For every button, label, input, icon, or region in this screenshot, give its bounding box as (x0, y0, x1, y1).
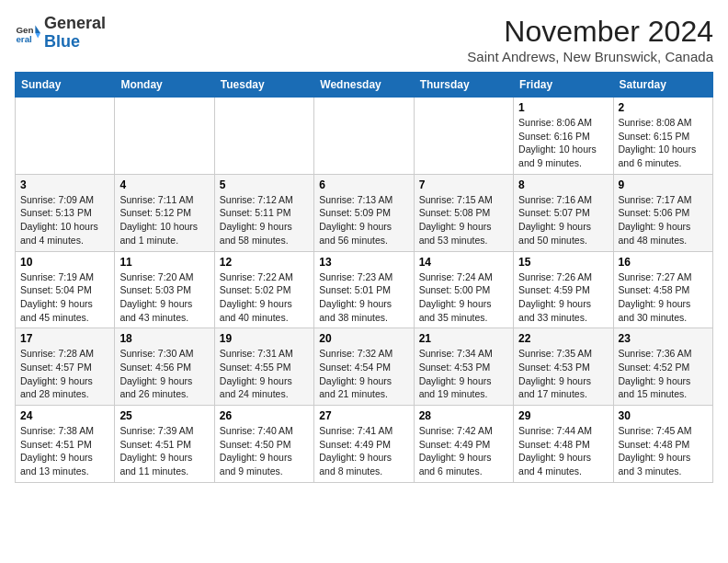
day-info: Sunrise: 7:36 AMSunset: 4:52 PMDaylight:… (619, 347, 708, 401)
cell-1-0: 3Sunrise: 7:09 AMSunset: 5:13 PMDaylight… (16, 174, 115, 251)
day-info: Sunrise: 7:35 AMSunset: 4:53 PMDaylight:… (518, 347, 608, 401)
cell-4-0: 24Sunrise: 7:38 AMSunset: 4:51 PMDayligh… (16, 406, 115, 483)
day-number: 17 (20, 332, 109, 345)
week-row-0: 1Sunrise: 8:06 AMSunset: 6:16 PMDaylight… (16, 98, 713, 175)
cell-2-5: 15Sunrise: 7:26 AMSunset: 4:59 PMDayligh… (514, 251, 613, 328)
day-number: 13 (319, 256, 408, 269)
day-info: Sunrise: 8:08 AMSunset: 6:15 PMDaylight:… (619, 116, 708, 170)
cell-3-4: 21Sunrise: 7:34 AMSunset: 4:53 PMDayligh… (414, 328, 513, 406)
cell-0-0 (16, 98, 115, 175)
week-row-4: 24Sunrise: 7:38 AMSunset: 4:51 PMDayligh… (16, 406, 713, 483)
cell-4-5: 29Sunrise: 7:44 AMSunset: 4:48 PMDayligh… (514, 406, 613, 483)
day-number: 5 (220, 178, 309, 191)
logo-blue-text: Blue (44, 32, 80, 51)
col-friday: Friday (514, 73, 613, 98)
day-info: Sunrise: 7:41 AMSunset: 4:49 PMDaylight:… (319, 424, 408, 478)
day-number: 12 (220, 256, 309, 269)
cell-3-6: 23Sunrise: 7:36 AMSunset: 4:52 PMDayligh… (613, 328, 712, 406)
cell-2-2: 12Sunrise: 7:22 AMSunset: 5:02 PMDayligh… (214, 251, 313, 328)
logo-icon: Gen eral (15, 20, 40, 46)
day-info: Sunrise: 7:30 AMSunset: 4:56 PMDaylight:… (119, 347, 209, 401)
svg-text:eral: eral (16, 34, 32, 44)
cell-2-6: 16Sunrise: 7:27 AMSunset: 4:58 PMDayligh… (613, 251, 712, 328)
day-number: 26 (220, 409, 309, 422)
day-info: Sunrise: 7:15 AMSunset: 5:08 PMDaylight:… (419, 193, 508, 247)
day-info: Sunrise: 7:23 AMSunset: 5:01 PMDaylight:… (319, 270, 408, 325)
day-info: Sunrise: 7:45 AMSunset: 4:48 PMDaylight:… (619, 424, 708, 478)
cell-2-1: 11Sunrise: 7:20 AMSunset: 5:03 PMDayligh… (115, 251, 214, 328)
day-number: 19 (220, 332, 309, 345)
logo-general-text: General (44, 14, 106, 32)
cell-0-2 (214, 98, 313, 175)
day-info: Sunrise: 7:26 AMSunset: 4:59 PMDaylight:… (518, 270, 608, 325)
day-info: Sunrise: 7:44 AMSunset: 4:48 PMDaylight:… (518, 424, 608, 478)
day-info: Sunrise: 7:24 AMSunset: 5:00 PMDaylight:… (419, 270, 508, 325)
day-number: 23 (619, 332, 708, 345)
day-info: Sunrise: 7:13 AMSunset: 5:09 PMDaylight:… (319, 193, 408, 247)
day-number: 28 (419, 409, 508, 422)
cell-1-3: 6Sunrise: 7:13 AMSunset: 5:09 PMDaylight… (314, 174, 414, 251)
header-row: Sunday Monday Tuesday Wednesday Thursday… (16, 73, 713, 98)
day-number: 1 (518, 101, 608, 114)
calendar-table: Sunday Monday Tuesday Wednesday Thursday… (15, 72, 713, 483)
cell-0-1 (115, 98, 214, 175)
week-row-3: 17Sunrise: 7:28 AMSunset: 4:57 PMDayligh… (16, 328, 713, 406)
day-number: 9 (619, 178, 708, 191)
cell-3-0: 17Sunrise: 7:28 AMSunset: 4:57 PMDayligh… (16, 328, 115, 406)
day-info: Sunrise: 7:34 AMSunset: 4:53 PMDaylight:… (419, 347, 508, 401)
day-info: Sunrise: 7:27 AMSunset: 4:58 PMDaylight:… (619, 270, 708, 325)
day-number: 29 (518, 409, 608, 422)
day-number: 11 (119, 256, 209, 269)
col-sunday: Sunday (16, 73, 115, 98)
day-number: 18 (119, 332, 209, 345)
cell-0-3 (314, 98, 414, 175)
day-number: 8 (518, 178, 608, 191)
col-wednesday: Wednesday (314, 73, 414, 98)
cell-2-3: 13Sunrise: 7:23 AMSunset: 5:01 PMDayligh… (314, 251, 414, 328)
day-info: Sunrise: 7:42 AMSunset: 4:49 PMDaylight:… (419, 424, 508, 478)
day-number: 6 (319, 178, 408, 191)
day-number: 22 (518, 332, 608, 345)
day-info: Sunrise: 8:06 AMSunset: 6:16 PMDaylight:… (518, 116, 608, 170)
day-info: Sunrise: 7:22 AMSunset: 5:02 PMDaylight:… (220, 270, 309, 325)
logo: Gen eral General Blue (15, 15, 106, 52)
cell-4-1: 25Sunrise: 7:39 AMSunset: 4:51 PMDayligh… (115, 406, 214, 483)
cell-2-4: 14Sunrise: 7:24 AMSunset: 5:00 PMDayligh… (414, 251, 513, 328)
day-number: 20 (319, 332, 408, 345)
location-subtitle: Saint Andrews, New Brunswick, Canada (467, 49, 713, 64)
page-header: Gen eral General Blue November 2024 Sain… (15, 15, 713, 64)
cell-0-4 (414, 98, 513, 175)
cell-1-2: 5Sunrise: 7:12 AMSunset: 5:11 PMDaylight… (214, 174, 313, 251)
day-info: Sunrise: 7:11 AMSunset: 5:12 PMDaylight:… (119, 193, 209, 247)
day-number: 10 (20, 256, 109, 269)
cell-0-5: 1Sunrise: 8:06 AMSunset: 6:16 PMDaylight… (514, 98, 613, 175)
title-block: November 2024 Saint Andrews, New Brunswi… (467, 15, 713, 64)
cell-1-1: 4Sunrise: 7:11 AMSunset: 5:12 PMDaylight… (115, 174, 214, 251)
day-number: 24 (20, 409, 109, 422)
week-row-2: 10Sunrise: 7:19 AMSunset: 5:04 PMDayligh… (16, 251, 713, 328)
day-info: Sunrise: 7:20 AMSunset: 5:03 PMDaylight:… (119, 270, 209, 325)
col-saturday: Saturday (613, 73, 712, 98)
day-info: Sunrise: 7:31 AMSunset: 4:55 PMDaylight:… (220, 347, 309, 401)
cell-4-4: 28Sunrise: 7:42 AMSunset: 4:49 PMDayligh… (414, 406, 513, 483)
day-info: Sunrise: 7:40 AMSunset: 4:50 PMDaylight:… (220, 424, 309, 478)
col-thursday: Thursday (414, 73, 513, 98)
day-number: 15 (518, 256, 608, 269)
day-number: 3 (20, 178, 109, 191)
day-number: 14 (419, 256, 508, 269)
day-number: 4 (119, 178, 209, 191)
cell-3-1: 18Sunrise: 7:30 AMSunset: 4:56 PMDayligh… (115, 328, 214, 406)
cell-0-6: 2Sunrise: 8:08 AMSunset: 6:15 PMDaylight… (613, 98, 712, 175)
day-number: 16 (619, 256, 708, 269)
day-number: 25 (119, 409, 209, 422)
cell-4-6: 30Sunrise: 7:45 AMSunset: 4:48 PMDayligh… (613, 406, 712, 483)
day-info: Sunrise: 7:38 AMSunset: 4:51 PMDaylight:… (20, 424, 109, 478)
day-info: Sunrise: 7:32 AMSunset: 4:54 PMDaylight:… (319, 347, 408, 401)
svg-marker-2 (35, 25, 40, 32)
day-number: 21 (419, 332, 508, 345)
day-number: 7 (419, 178, 508, 191)
cell-3-2: 19Sunrise: 7:31 AMSunset: 4:55 PMDayligh… (214, 328, 313, 406)
day-info: Sunrise: 7:09 AMSunset: 5:13 PMDaylight:… (20, 193, 109, 247)
cell-3-5: 22Sunrise: 7:35 AMSunset: 4:53 PMDayligh… (514, 328, 613, 406)
col-tuesday: Tuesday (214, 73, 313, 98)
